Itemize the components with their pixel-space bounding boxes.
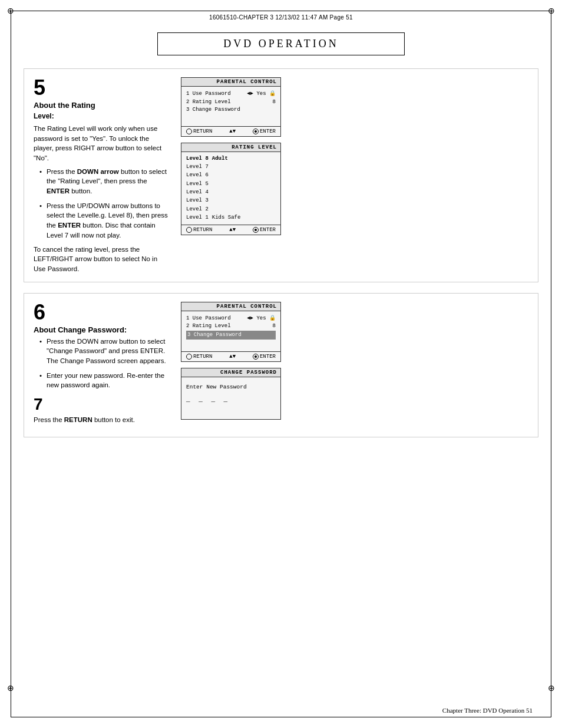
step-7-number: 7 — [34, 396, 169, 413]
section-6: 6 About Change Password: Press the DOWN … — [24, 293, 538, 437]
page-title: DVD Operation — [170, 38, 392, 50]
step-5-bullet-1: Press the DOWN arrow button to select th… — [39, 167, 169, 196]
screen-rating-level: RATING LEVEL Level 8 Adult Level 7 Level… — [181, 143, 281, 235]
rating-level-5: Level 5 — [186, 180, 209, 188]
screen1-row3: 3 Change Password — [186, 106, 276, 114]
screen2-enter: ENTER — [253, 227, 276, 233]
screen3-title: PARENTAL CONTROL — [181, 302, 280, 311]
reg-mark-br — [547, 683, 556, 693]
screen2-arrows: ▲▼ — [229, 227, 236, 233]
step-6-bullets: Press the DOWN arrow button to select "C… — [34, 337, 169, 390]
section-6-screens: PARENTAL CONTROL 1 Use Password ◄► Yes 🔒… — [181, 302, 528, 429]
rating-level-1: Level 1 — [186, 213, 209, 222]
screen1-footer: RETURN ▲▼ ENTER — [181, 126, 280, 136]
border-top — [11, 11, 551, 11]
border-right — [551, 11, 551, 717]
screen4-enter-password: Enter New Password — [186, 383, 276, 391]
screen1-enter: ENTER — [253, 129, 276, 134]
screen1-row2-text: 2 Rating Level — [186, 98, 231, 107]
enter-circle-icon-3 — [253, 354, 259, 360]
rating-row-7: Level 7 — [186, 163, 276, 171]
border-bottom — [11, 717, 551, 717]
screen-parental-control-1: PARENTAL CONTROL 1 Use Password ◄► Yes 🔒… — [181, 77, 281, 137]
return-circle-icon — [186, 129, 192, 134]
screen3-footer: RETURN ▲▼ ENTER — [181, 351, 280, 361]
step-6-title: About Change Password: — [34, 325, 169, 334]
section-5-text: 5 About the Rating Level: The Rating Lev… — [34, 77, 169, 274]
metadata-bar: 16061510-CHAPTER 3 12/13/02 11:47 AM Pag… — [209, 14, 353, 21]
rating-row-3: Level 3 — [186, 196, 276, 205]
page-footer: Chapter Three: DVD Operation 51 — [442, 707, 533, 714]
screen3-row3: 3 Change Password — [186, 331, 276, 340]
step-6-number: 6 — [34, 302, 169, 323]
title-box: DVD Operation — [157, 32, 405, 55]
screen3-return-label: RETURN — [193, 354, 212, 360]
screen1-enter-label: ENTER — [260, 129, 276, 134]
rating-level-3: Level 3 — [186, 196, 209, 205]
step-5-number: 5 — [34, 77, 169, 98]
return-circle-icon-2 — [186, 227, 192, 233]
rating-level-6: Level 6 — [186, 171, 209, 179]
screen2-title: RATING LEVEL — [181, 143, 280, 152]
screen3-row2: 2 Rating Level 8 — [186, 322, 276, 331]
rating-row-6: Level 6 — [186, 171, 276, 179]
return-circle-icon-3 — [186, 354, 192, 360]
screen-change-password: CHANGE PASSWORD Enter New Password _ _ _… — [181, 368, 281, 420]
screen3-row2-value: 8 — [273, 322, 276, 331]
step-6-bullet-2: Enter your new password. Re-enter the ne… — [39, 371, 169, 390]
rating-row-2: Level 2 — [186, 205, 276, 213]
screen4-title: CHANGE PASSWORD — [181, 368, 280, 377]
screen-parental-control-2: PARENTAL CONTROL 1 Use Password ◄► Yes 🔒… — [181, 302, 281, 363]
screen2-footer: RETURN ▲▼ ENTER — [181, 225, 280, 235]
screen1-row1-text: 1 Use Password — [186, 90, 231, 98]
screen3-arrows: ▲▼ — [229, 354, 236, 360]
screen1-row1-value: ◄► Yes 🔒 — [247, 90, 276, 98]
screen3-row2-text: 2 Rating Level — [186, 322, 231, 331]
section-6-text: 6 About Change Password: Press the DOWN … — [34, 302, 169, 429]
screen3-row1: 1 Use Password ◄► Yes 🔒 — [186, 315, 276, 323]
screen3-row1-value: ◄► Yes 🔒 — [247, 315, 276, 323]
screen1-return-label: RETURN — [193, 129, 212, 134]
rating-row-4: Level 4 — [186, 188, 276, 196]
step-5-subtitle: Level: — [34, 112, 169, 120]
screen3-enter: ENTER — [253, 354, 276, 360]
reg-mark-tr — [547, 6, 556, 15]
main-content: DVD Operation 5 About the Rating Level: … — [24, 32, 538, 696]
screen3-row1-text: 1 Use Password — [186, 315, 231, 323]
section-5-screens: PARENTAL CONTROL 1 Use Password ◄► Yes 🔒… — [181, 77, 528, 274]
step-5-body: The Rating Level will work only when use… — [34, 124, 169, 163]
screen2-return-label: RETURN — [193, 227, 212, 233]
enter-circle-icon-2 — [253, 227, 259, 233]
screen1-row3-text: 3 Change Password — [186, 106, 240, 114]
screen1-arrows: ▲▼ — [229, 129, 236, 134]
reg-mark-tl — [6, 6, 15, 15]
section-5: 5 About the Rating Level: The Rating Lev… — [24, 68, 538, 282]
step-5-cancel-note: To cancel the rating level, press the LE… — [34, 245, 169, 273]
screen3-row3-text: 3 Change Password — [187, 331, 242, 340]
screen2-enter-label: ENTER — [260, 227, 276, 233]
screen2-return: RETURN — [186, 227, 212, 233]
rating-level-7: Level 7 — [186, 163, 209, 171]
screen1-body: 1 Use Password ◄► Yes 🔒 2 Rating Level 8… — [181, 87, 280, 126]
screen1-row1: 1 Use Password ◄► Yes 🔒 — [186, 90, 276, 98]
rating-row-1: Level 1 Kids Safe — [186, 213, 276, 222]
screen3-return: RETURN — [186, 354, 212, 360]
rating-level-2: Level 2 — [186, 205, 209, 213]
screen1-return: RETURN — [186, 129, 212, 134]
screen1-row2: 2 Rating Level 8 — [186, 98, 276, 107]
enter-circle-icon — [253, 129, 259, 134]
screen1-row2-value: 8 — [273, 98, 276, 107]
screen2-body: Level 8 Adult Level 7 Level 6 Level 5 Le… — [181, 152, 280, 225]
step-5-title: About the Rating — [34, 101, 169, 110]
screen3-body: 1 Use Password ◄► Yes 🔒 2 Rating Level 8… — [181, 311, 280, 352]
rating-row-5: Level 5 — [186, 180, 276, 188]
step-7-body: Press the RETURN button to exit. — [34, 415, 169, 425]
reg-mark-bl — [6, 683, 15, 693]
step-5-bullets: Press the DOWN arrow button to select th… — [34, 167, 169, 241]
border-left — [11, 11, 11, 717]
rating-row-8: Level 8 Adult — [186, 154, 276, 163]
screen4-body: Enter New Password _ _ _ _ — [181, 377, 280, 419]
step-5-bullet-2: Press the UP/DOWN arrow buttons to selec… — [39, 201, 169, 241]
screen1-title: PARENTAL CONTROL — [181, 78, 280, 87]
rating-level-1-note: Kids Safe — [212, 213, 241, 222]
